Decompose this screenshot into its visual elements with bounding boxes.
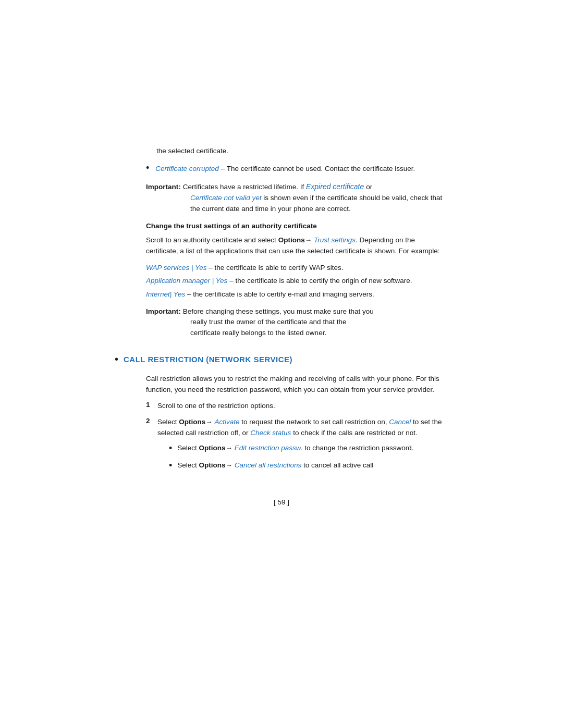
page-number: [ 59 ] [115,498,448,506]
sub-bullet-dot-2: • [169,459,172,473]
internet-line: Internet| Yes – the certificate is able … [146,289,448,300]
cancel-link: Cancel [389,418,411,426]
wap-link: WAP services [146,264,189,272]
bullet-item-cert-corrupted: • Certificate corrupted – The certificat… [146,164,448,175]
sub1-arrow: → [226,444,235,452]
trust-arrow: → [305,236,314,244]
important-block-2: Important: Before changing these setting… [146,306,448,339]
page: the selected certificate. • Certificate … [0,0,563,728]
internet-text: – the certificate is able to certify e-m… [185,290,374,298]
important-text-2: Before changing these settings, you must… [183,307,374,315]
appmanager-line: Application manager | Yes – the certific… [146,275,448,287]
trust-settings-link: Trust settings [314,236,356,244]
step1-marker: 1 [146,401,157,409]
cancel-all-link: Cancel all restrictions [235,461,301,469]
sub-bullet-2: • Select Options→ Cancel all restriction… [169,460,448,473]
wap-services-line: WAP services | Yes – the certificate is … [146,262,448,274]
important-block-1: Important: Certificates have a restricte… [146,182,448,215]
activate-link: Activate [215,418,240,426]
cert-corrupted-text: – The certificate cannot be used. Contac… [219,165,415,172]
appmanager-text: – the certificate is able to certify the… [227,277,412,285]
step2-arrow: → [205,418,214,426]
internet-yes-link: Yes [174,290,186,298]
sub2-post: to cancel all active call [301,461,373,469]
sub1-pre: Select [177,444,199,452]
appmanager-yes-link: Yes [216,277,228,285]
wap-yes-link: Yes [195,264,207,272]
bullet-text-cert-corrupted: Certificate corrupted – The certificate … [155,164,415,175]
step2-text: Select Options→ Activate to request the … [157,417,448,477]
trust-options-bold: Options [278,236,305,244]
trust-para: Scroll to an authority certificate and s… [146,235,448,257]
sub-bullet-text-2: Select Options→ Cancel all restrictions … [177,460,373,471]
wap-text: – the certificate is able to certify WAP… [207,264,344,272]
content-area: the selected certificate. • Certificate … [94,0,469,548]
sub-bullet-dot-1: • [169,441,172,456]
sub-bullet-1: • Select Options→ Edit restriction passw… [169,443,448,456]
step2-mid: to request the network to set call restr… [240,418,389,426]
cert-corrupted-link: Certificate corrupted [155,165,219,172]
step-2: 2 Select Options→ Activate to request th… [146,417,448,477]
important-label-1: Important: [146,183,181,191]
intro-text: the selected certificate. [156,146,448,156]
numbered-list: 1 Scroll to one of the restriction optio… [146,401,448,477]
sub1-post: to change the restriction password. [302,444,413,452]
change-trust-heading: Change the trust settings of an authorit… [146,222,448,230]
internet-link: Internet [146,290,170,298]
step2-post: to check if the calls are restricted or … [291,429,417,437]
edit-restriction-link: Edit restriction passw. [235,444,303,452]
section-title: CALL RESTRICTION (NETWORK SERVICE) [124,355,292,364]
appmanager-link: Application manager [146,277,210,285]
internet-sep: | [170,290,174,298]
sub-bullet-text-1: Select Options→ Edit restriction passw. … [177,443,413,454]
important-text-2b: really trust the owner of the certificat… [146,317,346,328]
trust-para-pre: Scroll to an authority certificate and s… [146,236,278,244]
step1-text: Scroll to one of the restriction options… [157,401,275,412]
sub2-bold: Options [199,461,226,469]
step2-pre: Select [157,418,179,426]
important-label-2: Important: [146,307,181,315]
expired-cert-link: Expired certificate [306,182,364,191]
step2-marker: 2 [146,417,157,425]
appmanager-sep: | [210,277,216,285]
check-status-link: Check status [250,429,291,437]
sub1-bold: Options [199,444,226,452]
sub2-pre: Select [177,461,199,469]
step2-options-bold: Options [179,418,205,426]
important-text-1b: or [366,183,372,191]
bullet-section-cert-corrupted: • Certificate corrupted – The certificat… [115,164,448,175]
important-text-1a: Certificates have a restricted lifetime.… [183,183,306,191]
cert-not-valid-link: Certificate not valid yet [190,194,262,202]
bullet-dot: • [146,163,149,174]
step-1: 1 Scroll to one of the restriction optio… [146,401,448,412]
sub2-arrow: → [226,461,235,469]
important-text-2c: certificate really belongs to the listed… [146,328,326,339]
call-restriction-heading: • CALL RESTRICTION (NETWORK SERVICE) [115,353,448,365]
call-restriction-intro: Call restriction allows you to restrict … [146,374,448,396]
section-bullet: • [115,353,118,365]
sub-bullets: • Select Options→ Edit restriction passw… [169,443,448,473]
wap-sep: | [189,264,195,272]
